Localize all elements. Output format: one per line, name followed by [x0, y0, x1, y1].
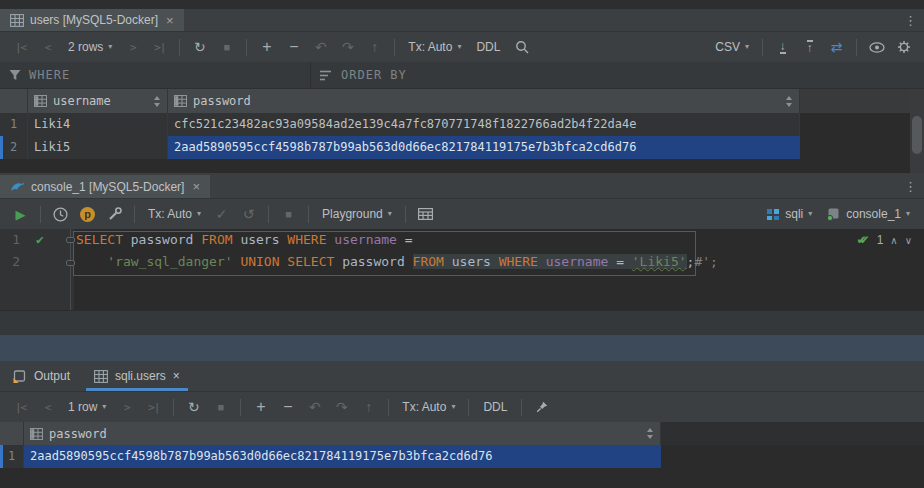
row-number[interactable]: 2 — [0, 136, 28, 159]
chevron-down-icon: ▾ — [457, 43, 461, 51]
delete-row-icon[interactable]: − — [275, 395, 300, 419]
stop-icon[interactable]: ■ — [208, 395, 233, 419]
scrollbar-thumb[interactable] — [912, 116, 922, 154]
row-number-header[interactable] — [0, 422, 24, 445]
ddl-button[interactable]: DDL — [476, 400, 514, 414]
pin-icon[interactable] — [529, 395, 554, 419]
column-header-username[interactable]: username — [28, 89, 168, 113]
settings-gear-icon[interactable] — [891, 35, 916, 59]
reload-icon[interactable]: ↻ — [187, 35, 212, 59]
tab-users-table[interactable]: users [MySQL5-Docker] × — [0, 9, 184, 31]
run-icon[interactable]: ▶ — [8, 202, 33, 226]
where-filter-field[interactable]: WHERE — [0, 62, 310, 88]
tab-console-1[interactable]: console_1 [MySQL5-Docker] × — [0, 175, 210, 198]
result-toolbar: |< < 1 row ▾ > >| ↻ ■ + − ↶ ↷ ↑ Tx: Auto… — [0, 392, 924, 422]
cell-password-selected[interactable]: 2aad5890595ccf4598b787b99ab563d0d66ec821… — [24, 445, 661, 468]
reload-icon[interactable]: ↻ — [181, 395, 206, 419]
fold-handle-icon[interactable] — [66, 237, 75, 243]
result-data-grid: password 1 2aad5890595ccf4598b787b99ab56… — [0, 422, 924, 488]
next-page-icon[interactable]: > — [114, 395, 139, 419]
funnel-icon — [9, 69, 21, 81]
close-icon[interactable]: × — [192, 179, 200, 194]
page-size-dropdown[interactable]: 1 row ▾ — [62, 395, 112, 419]
ddl-button[interactable]: DDL — [469, 40, 507, 54]
undo-icon[interactable]: ↶ — [308, 35, 333, 59]
add-row-icon[interactable]: + — [248, 395, 273, 419]
next-page-icon[interactable]: > — [120, 35, 145, 59]
grid-filter-bar: WHERE ORDER BY — [0, 62, 924, 89]
page-size-dropdown[interactable]: 2 rows ▾ — [62, 35, 118, 59]
view-options-eye-icon[interactable] — [864, 35, 889, 59]
export-data-icon[interactable]: ↓ — [770, 35, 795, 59]
cell-username[interactable]: Liki5 — [28, 136, 168, 159]
wrench-icon[interactable] — [102, 202, 127, 226]
cell-password-selected[interactable]: 2aad5890595ccf4598b787b99ab563d0d66ec821… — [168, 136, 800, 159]
first-row-icon[interactable]: |< — [8, 395, 33, 419]
stop-icon[interactable]: ■ — [214, 35, 239, 59]
tx-mode-dropdown[interactable]: Tx: Auto ▾ — [396, 395, 461, 419]
row-number[interactable]: 1 — [0, 445, 24, 468]
row-number[interactable]: 1 — [0, 113, 28, 136]
chevron-down-icon: ▾ — [197, 210, 201, 218]
inspections-widget[interactable]: ✔✔ 1 ∧ ∨ — [857, 233, 912, 247]
sort-indicator-icon[interactable] — [786, 96, 793, 107]
tx-mode-dropdown[interactable]: Tx: Auto ▾ — [142, 202, 207, 226]
table-row: 1 2aad5890595ccf4598b787b99ab563d0d66ec8… — [0, 445, 661, 468]
chevron-down-icon: ▾ — [745, 43, 749, 51]
row-number-header[interactable] — [0, 89, 28, 113]
sort-indicator-icon[interactable] — [647, 428, 654, 439]
previous-page-icon[interactable]: < — [35, 35, 60, 59]
tab-output[interactable]: Output — [0, 361, 82, 391]
line-number: 2 — [4, 251, 20, 273]
last-row-icon[interactable]: >| — [141, 395, 166, 419]
redo-icon[interactable]: ↷ — [335, 35, 360, 59]
export-format-dropdown[interactable]: CSV ▾ — [709, 35, 755, 59]
fold-handle-icon[interactable] — [66, 260, 75, 266]
grid-header-row: username password — [0, 89, 924, 113]
tx-mode-dropdown[interactable]: Tx: Auto ▾ — [402, 35, 467, 59]
more-menu-icon[interactable]: ⋮ — [896, 179, 924, 194]
tab-sqli-users-result[interactable]: sqli.users × — [82, 361, 192, 391]
compare-data-icon[interactable]: ⇄ — [824, 35, 849, 59]
console-session-icon — [826, 207, 841, 221]
search-icon[interactable] — [509, 35, 534, 59]
in-editor-results-icon[interactable] — [413, 202, 438, 226]
rollback-icon[interactable]: ↺ — [236, 202, 261, 226]
cell-password[interactable]: cfc521c23482ac93a09584ad2e139c4a7fc87077… — [168, 113, 800, 136]
parameters-icon[interactable]: p — [75, 202, 100, 226]
panel-splitter[interactable] — [0, 310, 924, 335]
sort-indicator-icon[interactable] — [154, 96, 161, 107]
delete-row-icon[interactable]: − — [281, 35, 306, 59]
sql-editor[interactable]: 1 2 ✔ SELECT password FROM users WHERE u… — [0, 229, 924, 310]
code-line[interactable]: 'raw_sql_danger' UNION SELECT password F… — [76, 251, 924, 273]
mysql-dolphin-icon — [10, 180, 25, 193]
schema-selector[interactable]: sqli ▾ — [760, 202, 818, 226]
submit-icon[interactable]: ↑ — [362, 35, 387, 59]
cell-username[interactable]: Liki4 — [28, 113, 168, 136]
order-by-field[interactable]: ORDER BY — [311, 62, 416, 88]
stop-icon[interactable]: ■ — [276, 202, 301, 226]
toolbar-separator — [179, 39, 180, 56]
first-row-icon[interactable]: |< — [8, 35, 33, 59]
add-row-icon[interactable]: + — [254, 35, 279, 59]
more-menu-icon[interactable]: ⋮ — [896, 13, 924, 28]
undo-icon[interactable]: ↶ — [302, 395, 327, 419]
window-top-strip — [0, 0, 924, 9]
tab-title: users [MySQL5-Docker] — [30, 13, 158, 27]
previous-page-icon[interactable]: < — [35, 395, 60, 419]
submit-icon[interactable]: ↑ — [356, 395, 381, 419]
playground-dropdown[interactable]: Playground ▾ — [316, 202, 398, 226]
next-problem-icon[interactable]: ∨ — [905, 235, 912, 246]
previous-problem-icon[interactable]: ∧ — [890, 235, 897, 246]
code-line[interactable]: SELECT password FROM users WHERE usernam… — [76, 229, 924, 251]
close-icon[interactable]: × — [166, 13, 174, 28]
commit-icon[interactable]: ✓ — [209, 202, 234, 226]
history-clock-icon[interactable] — [48, 202, 73, 226]
column-header-password[interactable]: password — [24, 422, 661, 445]
last-row-icon[interactable]: >| — [147, 35, 172, 59]
session-selector[interactable]: console_1 ▾ — [820, 202, 916, 226]
column-header-password[interactable]: password — [168, 89, 800, 113]
redo-icon[interactable]: ↷ — [329, 395, 354, 419]
close-icon[interactable]: × — [173, 369, 180, 383]
import-data-icon[interactable]: ↑ — [797, 35, 822, 59]
